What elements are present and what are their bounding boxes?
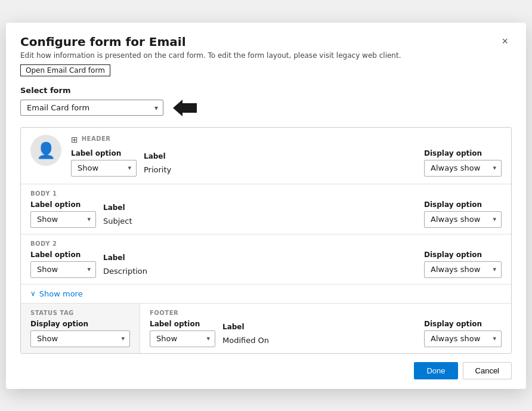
body2-display-option-group: Display option Always show ▾ xyxy=(424,251,502,278)
status-tag-label: STATUS TAG xyxy=(30,310,130,316)
header-label-option-value: Show xyxy=(78,163,98,172)
body2-tag: BODY 2 xyxy=(30,240,502,247)
body2-label-option-label: Label option xyxy=(30,251,96,259)
footer-display-option-dropdown[interactable]: Always show ▾ xyxy=(424,330,502,347)
person-icon: 👤 xyxy=(36,141,55,159)
open-email-card-form-link[interactable]: Open Email Card form xyxy=(20,64,110,76)
footer-label-option-group: Label option Show ▾ xyxy=(150,320,215,347)
body2-display-option-label: Display option xyxy=(424,251,502,259)
grid-icon: ⊞ xyxy=(71,135,78,144)
body1-label-option-value: Show xyxy=(37,215,58,224)
footer-section: FOOTER Label option Show ▾ Label Modifie… xyxy=(140,304,511,353)
form-select-value: Email Card form xyxy=(27,103,89,112)
footer-display-option-group: Display option Always show ▾ xyxy=(424,320,502,347)
body2-display-option-value: Always show xyxy=(431,265,480,274)
form-select-row: Email Card form ▾ xyxy=(20,98,512,118)
dialog-title: Configure form for Email xyxy=(20,35,186,49)
configure-form-dialog: Configure form for Email × Edit how info… xyxy=(6,23,526,389)
status-tag-display-label: Display option xyxy=(30,320,130,328)
body1-section: BODY 1 Label option Show ▾ Label Subject… xyxy=(21,184,511,234)
chevron-down-icon: ▾ xyxy=(154,104,158,112)
header-display-option-value: Always show xyxy=(431,163,480,172)
body1-label-option-group: Label option Show ▾ xyxy=(30,200,96,228)
chevron-down-icon: ▾ xyxy=(493,164,496,172)
form-select-dropdown[interactable]: Email Card form ▾ xyxy=(20,100,163,116)
body2-fields-row: Label option Show ▾ Label Description Di… xyxy=(30,251,502,278)
show-more-chevron-icon: ∨ xyxy=(30,289,36,298)
chevron-down-icon: ▾ xyxy=(493,215,496,223)
done-button[interactable]: Done xyxy=(414,362,457,379)
body1-display-option-dropdown[interactable]: Always show ▾ xyxy=(424,211,502,228)
header-fields-row: Label option Show ▾ Label Priority Displ… xyxy=(71,149,502,177)
header-label-option-label: Label option xyxy=(71,149,137,157)
body1-display-option-label: Display option xyxy=(424,200,502,209)
avatar: 👤 xyxy=(30,135,61,166)
chevron-down-icon: ▾ xyxy=(206,335,210,342)
cancel-button[interactable]: Cancel xyxy=(463,362,512,379)
body2-label-label: Label xyxy=(103,254,147,262)
body1-label-label: Label xyxy=(103,203,132,212)
status-tag-display-group: Display option Show ▾ xyxy=(30,320,130,347)
footer-fields-row: Label option Show ▾ Label Modified On Di… xyxy=(150,320,502,347)
dialog-subtitle: Edit how information is presented on the… xyxy=(20,51,512,60)
footer-label-option-label: Label option xyxy=(150,320,215,328)
body2-display-option-dropdown[interactable]: Always show ▾ xyxy=(424,261,502,278)
close-button[interactable]: × xyxy=(498,35,512,48)
footer-display-option-label: Display option xyxy=(424,320,502,328)
chevron-down-icon: ▾ xyxy=(87,215,91,223)
chevron-down-icon: ▾ xyxy=(128,164,131,172)
footer-display-option-value: Always show xyxy=(431,334,480,343)
card-top: 👤 ⊞ HEADER Label option Show ▾ xyxy=(21,128,511,184)
chevron-down-icon: ▾ xyxy=(493,265,496,273)
footer-label-option-dropdown[interactable]: Show ▾ xyxy=(150,330,215,347)
dialog-header: Configure form for Email × xyxy=(20,35,512,49)
body1-label-option-label: Label option xyxy=(30,200,96,209)
footer-label-value: Modified On xyxy=(222,333,269,347)
card-preview: 👤 ⊞ HEADER Label option Show ▾ xyxy=(20,127,512,354)
header-display-option-dropdown[interactable]: Always show ▾ xyxy=(424,160,502,177)
body1-display-option-value: Always show xyxy=(431,215,480,224)
body2-section: BODY 2 Label option Show ▾ Label Descrip… xyxy=(21,234,511,284)
footer-label-label: Label xyxy=(222,323,269,331)
svg-marker-0 xyxy=(173,100,197,116)
status-tag-display-dropdown[interactable]: Show ▾ xyxy=(30,330,130,347)
body2-label-value: Description xyxy=(103,264,147,278)
arrow-annotation xyxy=(171,98,197,118)
header-display-option-group: Display option Always show ▾ xyxy=(424,149,502,177)
body1-label-value: Subject xyxy=(103,214,132,228)
header-label-label: Label xyxy=(144,152,171,160)
body2-label-option-dropdown[interactable]: Show ▾ xyxy=(30,261,96,278)
body1-label-group: Label Subject xyxy=(103,203,132,228)
body1-display-option-group: Display option Always show ▾ xyxy=(424,200,502,228)
bottom-sections: STATUS TAG Display option Show ▾ FOOTER … xyxy=(21,303,511,353)
chevron-down-icon: ▾ xyxy=(121,335,125,342)
header-section: ⊞ HEADER Label option Show ▾ Label Prior… xyxy=(71,135,502,177)
header-label-option-group: Label option Show ▾ xyxy=(71,149,137,177)
dialog-footer: Done Cancel xyxy=(20,362,512,379)
body2-label-option-value: Show xyxy=(37,265,58,274)
body2-label-option-group: Label option Show ▾ xyxy=(30,251,96,278)
body2-label-group: Label Description xyxy=(103,254,147,278)
body1-fields-row: Label option Show ▾ Label Subject Displa… xyxy=(30,200,502,228)
footer-tag: FOOTER xyxy=(150,310,502,316)
footer-label-group: Label Modified On xyxy=(222,323,269,347)
show-more-text: Show more xyxy=(39,289,83,298)
footer-label-option-value: Show xyxy=(156,334,177,343)
header-display-option-label: Display option xyxy=(424,149,502,157)
status-tag-section: STATUS TAG Display option Show ▾ xyxy=(21,304,140,353)
header-label-option-dropdown[interactable]: Show ▾ xyxy=(71,160,137,177)
show-more-row[interactable]: ∨ Show more xyxy=(21,284,511,303)
status-tag-display-value: Show xyxy=(37,334,58,343)
header-label-group: Label Priority xyxy=(144,152,171,177)
header-tag: HEADER xyxy=(82,135,111,142)
chevron-down-icon: ▾ xyxy=(493,335,496,342)
header-label-value: Priority xyxy=(144,163,171,177)
select-form-label: Select form xyxy=(20,86,512,95)
body1-label-option-dropdown[interactable]: Show ▾ xyxy=(30,211,96,228)
chevron-down-icon: ▾ xyxy=(87,265,91,273)
body1-tag: BODY 1 xyxy=(30,190,502,197)
